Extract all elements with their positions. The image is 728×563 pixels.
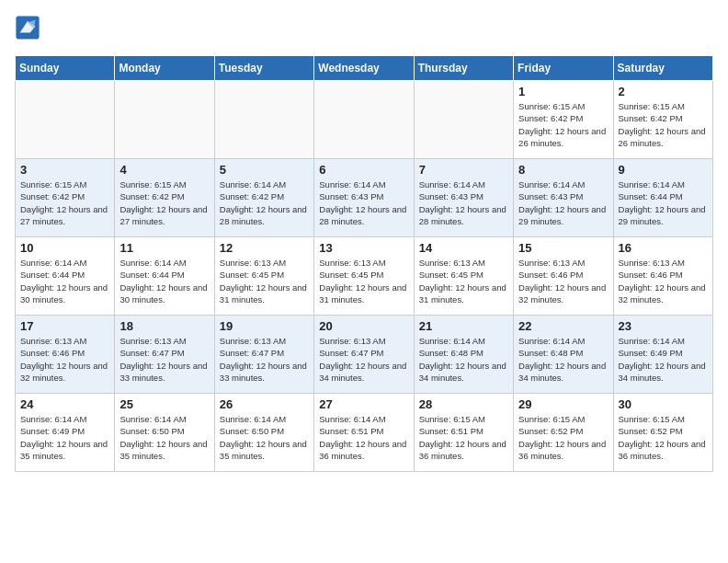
day-info: Sunrise: 6:15 AM Sunset: 6:52 PM Dayligh… (619, 413, 708, 462)
day-info: Sunrise: 6:13 AM Sunset: 6:47 PM Dayligh… (319, 335, 408, 384)
day-info: Sunrise: 6:14 AM Sunset: 6:44 PM Dayligh… (119, 257, 209, 305)
calendar-week-row: 1Sunrise: 6:15 AM Sunset: 6:42 PM Daylig… (16, 81, 713, 159)
calendar-cell: 18Sunrise: 6:13 AM Sunset: 6:47 PM Dayli… (115, 316, 214, 394)
calendar-cell: 2Sunrise: 6:15 AM Sunset: 6:42 PM Daylig… (613, 81, 712, 159)
day-number: 25 (119, 397, 209, 411)
calendar-week-row: 17Sunrise: 6:13 AM Sunset: 6:46 PM Dayli… (16, 316, 713, 394)
calendar-cell (214, 81, 313, 159)
weekday-header: Thursday (414, 56, 513, 81)
day-number: 28 (419, 397, 508, 411)
day-info: Sunrise: 6:15 AM Sunset: 6:51 PM Dayligh… (419, 413, 508, 462)
calendar-cell: 9Sunrise: 6:14 AM Sunset: 6:44 PM Daylig… (613, 159, 712, 237)
day-info: Sunrise: 6:14 AM Sunset: 6:44 PM Dayligh… (619, 178, 708, 227)
day-number: 27 (319, 397, 408, 411)
day-info: Sunrise: 6:13 AM Sunset: 6:47 PM Dayligh… (119, 335, 209, 384)
day-number: 15 (518, 241, 608, 255)
day-number: 10 (20, 241, 109, 255)
weekday-header: Sunday (16, 56, 115, 81)
calendar-cell: 10Sunrise: 6:14 AM Sunset: 6:44 PM Dayli… (16, 237, 115, 316)
calendar-cell: 23Sunrise: 6:14 AM Sunset: 6:49 PM Dayli… (613, 316, 712, 394)
calendar-cell: 22Sunrise: 6:14 AM Sunset: 6:48 PM Dayli… (514, 316, 613, 394)
day-info: Sunrise: 6:14 AM Sunset: 6:50 PM Dayligh… (119, 413, 209, 462)
calendar-week-row: 24Sunrise: 6:14 AM Sunset: 6:49 PM Dayli… (16, 394, 713, 472)
day-number: 30 (619, 397, 708, 411)
day-info: Sunrise: 6:14 AM Sunset: 6:51 PM Dayligh… (319, 413, 408, 462)
day-info: Sunrise: 6:15 AM Sunset: 6:42 PM Dayligh… (619, 100, 708, 149)
weekday-header: Saturday (613, 56, 712, 81)
calendar-cell: 24Sunrise: 6:14 AM Sunset: 6:49 PM Dayli… (16, 394, 115, 472)
day-info: Sunrise: 6:14 AM Sunset: 6:49 PM Dayligh… (20, 413, 109, 462)
calendar-cell: 8Sunrise: 6:14 AM Sunset: 6:43 PM Daylig… (514, 159, 613, 237)
calendar-cell: 26Sunrise: 6:14 AM Sunset: 6:50 PM Dayli… (214, 394, 313, 472)
day-number: 18 (119, 319, 209, 333)
weekday-header: Monday (115, 56, 214, 81)
weekday-header: Wednesday (314, 56, 414, 81)
calendar-cell: 4Sunrise: 6:15 AM Sunset: 6:42 PM Daylig… (115, 159, 214, 237)
calendar-cell (414, 81, 513, 159)
weekday-header: Friday (514, 56, 613, 81)
day-number: 26 (220, 397, 309, 411)
day-number: 9 (619, 163, 708, 177)
day-number: 14 (419, 241, 508, 255)
calendar-cell: 17Sunrise: 6:13 AM Sunset: 6:46 PM Dayli… (16, 316, 115, 394)
day-info: Sunrise: 6:13 AM Sunset: 6:47 PM Dayligh… (220, 335, 309, 384)
calendar-cell: 3Sunrise: 6:15 AM Sunset: 6:42 PM Daylig… (16, 159, 115, 237)
day-number: 12 (220, 241, 309, 255)
calendar-cell: 12Sunrise: 6:13 AM Sunset: 6:45 PM Dayli… (214, 237, 313, 316)
day-number: 19 (220, 319, 309, 333)
calendar-cell: 21Sunrise: 6:14 AM Sunset: 6:48 PM Dayli… (414, 316, 513, 394)
day-info: Sunrise: 6:14 AM Sunset: 6:44 PM Dayligh… (20, 257, 109, 305)
day-number: 13 (319, 241, 408, 255)
calendar-cell: 1Sunrise: 6:15 AM Sunset: 6:42 PM Daylig… (514, 81, 613, 159)
day-info: Sunrise: 6:14 AM Sunset: 6:43 PM Dayligh… (419, 178, 508, 227)
weekday-header: Tuesday (214, 56, 313, 81)
calendar-cell: 29Sunrise: 6:15 AM Sunset: 6:52 PM Dayli… (514, 394, 613, 472)
day-number: 21 (419, 319, 508, 333)
calendar-week-row: 10Sunrise: 6:14 AM Sunset: 6:44 PM Dayli… (16, 237, 713, 316)
day-number: 4 (119, 163, 209, 177)
calendar-cell: 28Sunrise: 6:15 AM Sunset: 6:51 PM Dayli… (414, 394, 513, 472)
day-number: 23 (619, 319, 708, 333)
day-number: 8 (518, 163, 608, 177)
calendar-cell: 6Sunrise: 6:14 AM Sunset: 6:43 PM Daylig… (314, 159, 414, 237)
calendar-cell: 15Sunrise: 6:13 AM Sunset: 6:46 PM Dayli… (514, 237, 613, 316)
calendar-table: SundayMondayTuesdayWednesdayThursdayFrid… (15, 55, 713, 472)
day-number: 22 (518, 319, 608, 333)
day-info: Sunrise: 6:14 AM Sunset: 6:42 PM Dayligh… (220, 178, 309, 227)
day-number: 2 (619, 85, 708, 98)
calendar-cell (16, 81, 115, 159)
calendar-cell: 13Sunrise: 6:13 AM Sunset: 6:45 PM Dayli… (314, 237, 414, 316)
day-info: Sunrise: 6:13 AM Sunset: 6:46 PM Dayligh… (20, 335, 109, 384)
day-number: 16 (619, 241, 708, 255)
day-info: Sunrise: 6:13 AM Sunset: 6:45 PM Dayligh… (419, 257, 508, 305)
calendar-cell: 25Sunrise: 6:14 AM Sunset: 6:50 PM Dayli… (115, 394, 214, 472)
calendar-cell: 19Sunrise: 6:13 AM Sunset: 6:47 PM Dayli… (214, 316, 313, 394)
day-info: Sunrise: 6:15 AM Sunset: 6:42 PM Dayligh… (119, 178, 209, 227)
calendar-cell: 7Sunrise: 6:14 AM Sunset: 6:43 PM Daylig… (414, 159, 513, 237)
day-info: Sunrise: 6:14 AM Sunset: 6:48 PM Dayligh… (518, 335, 608, 384)
day-info: Sunrise: 6:14 AM Sunset: 6:49 PM Dayligh… (619, 335, 708, 384)
day-info: Sunrise: 6:13 AM Sunset: 6:46 PM Dayligh… (518, 257, 608, 305)
calendar-week-row: 3Sunrise: 6:15 AM Sunset: 6:42 PM Daylig… (16, 159, 713, 237)
day-number: 29 (518, 397, 608, 411)
calendar-cell: 14Sunrise: 6:13 AM Sunset: 6:45 PM Dayli… (414, 237, 513, 316)
day-number: 7 (419, 163, 508, 177)
weekday-header-row: SundayMondayTuesdayWednesdayThursdayFrid… (16, 56, 713, 81)
day-number: 24 (20, 397, 109, 411)
day-info: Sunrise: 6:13 AM Sunset: 6:45 PM Dayligh… (220, 257, 309, 305)
day-number: 3 (20, 163, 109, 177)
day-info: Sunrise: 6:14 AM Sunset: 6:43 PM Dayligh… (319, 178, 408, 227)
day-number: 1 (518, 85, 608, 98)
day-number: 6 (319, 163, 408, 177)
calendar-cell: 27Sunrise: 6:14 AM Sunset: 6:51 PM Dayli… (314, 394, 414, 472)
logo-icon (15, 15, 40, 40)
day-info: Sunrise: 6:15 AM Sunset: 6:42 PM Dayligh… (518, 100, 608, 149)
calendar-cell (115, 81, 214, 159)
calendar-cell: 30Sunrise: 6:15 AM Sunset: 6:52 PM Dayli… (613, 394, 712, 472)
day-number: 11 (119, 241, 209, 255)
calendar-cell (314, 81, 414, 159)
day-info: Sunrise: 6:15 AM Sunset: 6:52 PM Dayligh… (518, 413, 608, 462)
day-number: 20 (319, 319, 408, 333)
calendar-cell: 5Sunrise: 6:14 AM Sunset: 6:42 PM Daylig… (214, 159, 313, 237)
logo (15, 15, 44, 40)
